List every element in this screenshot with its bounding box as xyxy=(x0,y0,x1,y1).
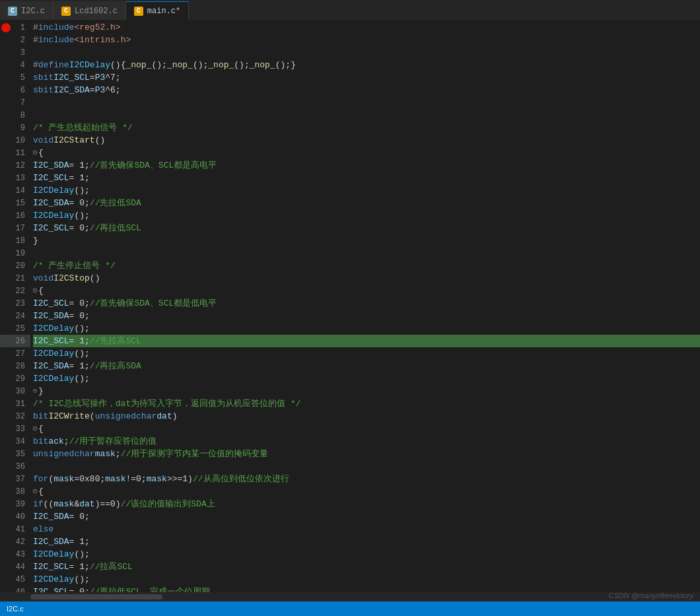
line-num-17: 17 xyxy=(9,224,30,233)
tab-lcd[interactable]: C Lcd1602.c xyxy=(53,1,126,20)
code-line-26: I2C_SCL = 1; //先拉高SCL xyxy=(33,335,700,347)
gutter-row-2: 2 xyxy=(0,34,30,46)
debug-marker-1[interactable] xyxy=(1,23,11,32)
tab-main[interactable]: C main.c* xyxy=(126,1,189,20)
token: { xyxy=(38,485,44,498)
token: # xyxy=(33,21,38,34)
gutter-row-18: 18 xyxy=(0,234,30,247)
hscroll-bar[interactable] xyxy=(0,592,700,601)
token: I2C_SCL xyxy=(53,71,90,84)
code-line-38: ⊟ { xyxy=(33,485,700,498)
token: ( xyxy=(90,410,95,423)
line-num-16: 16 xyxy=(9,211,30,221)
line-num-20: 20 xyxy=(9,261,30,271)
token: if xyxy=(33,498,44,510)
token[interactable]: ⊟ xyxy=(33,423,37,435)
token: unsigned xyxy=(95,410,136,423)
code-line-23: I2C_SCL = 0; //首先确保SDA、SCL都是低电平 xyxy=(33,297,700,310)
token: //用于暂存应答位的值 xyxy=(69,435,157,448)
watermark: CSDN @manyoftenvictory xyxy=(608,592,693,599)
line-num-4: 4 xyxy=(9,61,30,70)
token: {_nop_ xyxy=(121,59,152,71)
gutter-row-32: 32 xyxy=(0,410,30,423)
gutter-row-16: 16 xyxy=(0,209,30,222)
token[interactable]: ⊖ xyxy=(33,385,37,397)
token: ^6; xyxy=(105,84,120,96)
line-num-34: 34 xyxy=(9,437,30,446)
token: //该位的值输出到SDA上 xyxy=(121,498,215,510)
token: () xyxy=(95,134,106,147)
token: = 0; xyxy=(69,586,90,592)
line-num-24: 24 xyxy=(9,312,30,321)
gutter-row-20: 20 xyxy=(0,259,30,272)
line-num-44: 44 xyxy=(9,563,30,572)
token: _nop_ xyxy=(167,59,193,71)
hscroll-thumb[interactable] xyxy=(30,594,162,599)
tab-i2c[interactable]: C I2C.c xyxy=(0,1,53,20)
code-line-11: ⊟{ xyxy=(33,147,700,159)
gutter-row-40: 40 xyxy=(0,510,30,523)
line-num-12: 12 xyxy=(9,161,30,170)
code-line-21: void I2CStop() xyxy=(33,272,700,285)
line-num-26: 26 xyxy=(9,337,30,346)
code-line-6: sbit I2C_SDA = P3^6; xyxy=(33,84,700,96)
token: I2C_SCL xyxy=(33,335,69,347)
token: mask xyxy=(53,498,74,510)
token: //先拉高SCL xyxy=(90,335,141,347)
gutter-row-13: 13 xyxy=(0,172,30,184)
code-line-31: /* I2C总线写操作，dat为待写入字节，返回值为从机应答位的值 */ xyxy=(33,397,700,410)
token: I2C_SDA xyxy=(33,360,69,372)
token: = xyxy=(90,71,95,84)
token: ();} xyxy=(275,59,296,71)
token: = 1; xyxy=(69,360,90,372)
token: I2CDelay xyxy=(33,573,74,586)
tab-label-i2c: I2C.c xyxy=(21,7,45,16)
token: char xyxy=(74,448,94,460)
code-line-12: I2C_SDA = 1; //首先确保SDA、SCL都是高电平 xyxy=(33,159,700,172)
line-num-21: 21 xyxy=(9,274,30,283)
token: ) xyxy=(172,410,178,423)
line-num-25: 25 xyxy=(9,324,30,333)
gutter-row-21: 21 xyxy=(0,272,30,285)
token[interactable]: ⊟ xyxy=(33,485,37,498)
token: <reg52.h> xyxy=(74,21,120,34)
token: )==0) xyxy=(95,498,121,510)
token[interactable]: ⊟ xyxy=(33,285,37,297)
token: () xyxy=(90,272,100,285)
code-area: 1234567891011121314151617181920212223242… xyxy=(0,20,700,592)
token: >>=1) xyxy=(167,473,193,485)
code-line-15: I2C_SDA = 0; //先拉低SDA xyxy=(33,197,700,209)
token: !=0; xyxy=(125,473,146,485)
token[interactable]: ⊟ xyxy=(33,147,37,159)
token: ; xyxy=(64,435,69,448)
gutter-row-6: 6 xyxy=(0,84,30,96)
line-num-11: 11 xyxy=(9,149,30,158)
line-num-7: 7 xyxy=(9,98,30,108)
token: = 1; xyxy=(69,535,90,548)
token: I2C_SCL xyxy=(33,172,69,184)
code-line-40: I2C_SDA = 0; xyxy=(33,510,700,523)
gutter-row-17: 17 xyxy=(0,222,30,234)
tab-label-lcd: Lcd1602.c xyxy=(75,7,118,16)
code-content[interactable]: # include <reg52.h># include <intrins.h>… xyxy=(30,20,700,592)
gutter-row-28: 28 xyxy=(0,360,30,372)
token: I2CDelay xyxy=(69,59,110,71)
token: I2C_SCL xyxy=(33,586,69,592)
line-num-15: 15 xyxy=(9,199,30,208)
code-line-4: # define I2CDelay(){_nop_();_nop_();_nop… xyxy=(33,59,700,71)
gutter-row-12: 12 xyxy=(0,159,30,172)
gutter: 1234567891011121314151617181920212223242… xyxy=(0,20,30,592)
code-line-33: ⊟{ xyxy=(33,423,700,435)
token: //再拉高SDA xyxy=(90,360,141,372)
token: I2CDelay xyxy=(33,209,74,222)
code-line-13: I2C_SCL = 1; xyxy=(33,172,700,184)
token: I2CStop xyxy=(53,272,90,285)
gutter-row-30: 30 xyxy=(0,385,30,397)
code-line-39: if((mask&dat)==0) //该位的值输出到SDA上 xyxy=(33,498,700,510)
gutter-row-24: 24 xyxy=(0,310,30,322)
code-line-30: ⊖} xyxy=(33,385,700,397)
token: define xyxy=(38,59,69,71)
gutter-row-1: 1 xyxy=(0,21,30,34)
gutter-row-3: 3 xyxy=(0,46,30,59)
token: # xyxy=(33,34,38,46)
